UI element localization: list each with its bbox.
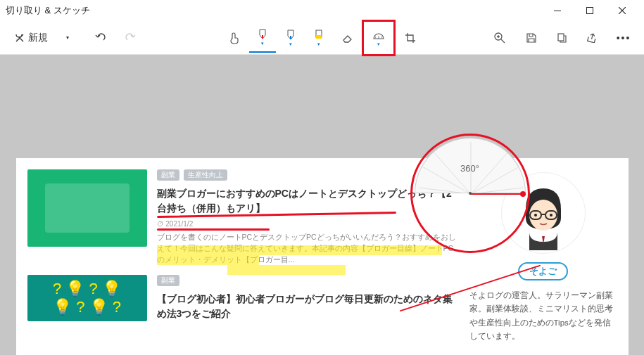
scissors-icon (14, 32, 25, 44)
svg-point-12 (550, 214, 553, 217)
owner-description: そよログの運営人。サラリーマン副業家。副業体験談、ミニマリスト的思考や生産性向上… (469, 289, 617, 344)
share-icon (587, 32, 598, 43)
svg-point-11 (534, 214, 537, 217)
redo-button[interactable] (117, 25, 144, 51)
zoom-button[interactable] (486, 25, 513, 51)
protractor-icon (372, 29, 385, 40)
hand-icon (228, 32, 241, 44)
pen-blue-icon (286, 29, 296, 40)
pencil-button[interactable]: ▾ (277, 23, 304, 53)
save-button[interactable] (517, 25, 544, 51)
tag: 生産性向上 (184, 169, 227, 181)
maximize-button[interactable] (574, 0, 606, 21)
save-icon (526, 32, 536, 43)
blog-post-2: ? 💡 ? 💡💡 ? 💡 ? 副業 【ブログ初心者】初心者ブロガーがブログ毎日更… (27, 275, 461, 321)
tag: 副業 (157, 169, 179, 181)
svg-rect-1 (587, 8, 593, 14)
svg-rect-3 (316, 35, 322, 39)
window-controls (541, 0, 638, 21)
minimize-button[interactable] (541, 0, 574, 21)
crop-icon (405, 32, 416, 44)
undo-icon (95, 33, 106, 43)
blog-post-1: 副業 生産性向上 副業ブロガーにおすすめのPCはノートとデスクトップどっち？【2… (27, 169, 461, 265)
svg-line-19 (471, 188, 523, 193)
post-thumbnail: ? 💡 ? 💡💡 ? 💡 ? (27, 275, 147, 321)
chevron-down-icon: ▾ (261, 41, 264, 46)
svg-rect-0 (554, 11, 561, 11)
crop-button[interactable] (397, 23, 424, 53)
toolbar: 新規 ▾ ▾ ▾ ▾ (0, 21, 644, 55)
touch-writing-button[interactable] (221, 23, 248, 53)
copy-icon (557, 32, 567, 43)
protractor-highlight: ▾ (362, 20, 396, 56)
ballpoint-pen-button[interactable]: ▾ (249, 23, 276, 53)
new-snip-dropdown[interactable]: ▾ (61, 25, 73, 51)
owner-name: そよご (518, 262, 568, 280)
redo-icon (125, 33, 136, 43)
highlighter-button[interactable]: ▾ (305, 23, 332, 53)
zoom-icon (494, 32, 505, 44)
chevron-down-icon: ▾ (289, 41, 292, 47)
close-button[interactable] (606, 0, 638, 21)
protractor-angle-label: 360° (460, 163, 479, 174)
share-button[interactable] (579, 25, 606, 51)
ruler-protractor-button[interactable]: ▾ (365, 23, 392, 53)
chevron-down-icon: ▾ (377, 41, 380, 47)
protractor-tool[interactable]: 360° (410, 134, 530, 253)
new-snip-button[interactable]: 新規 (7, 25, 58, 51)
eraser-icon (341, 33, 353, 43)
chevron-down-icon: ▾ (66, 34, 69, 41)
canvas-area[interactable]: 副業 生産性向上 副業ブロガーにおすすめのPCはノートとデスクトップどっち？【2… (0, 55, 644, 355)
red-ink-stroke (157, 228, 270, 231)
new-label: 新規 (28, 32, 48, 44)
svg-rect-5 (558, 34, 564, 41)
yellow-highlight-stroke (157, 255, 259, 265)
window-titlebar: 切り取り & スケッチ (0, 0, 644, 21)
tag: 副業 (157, 275, 179, 286)
post-thumbnail (27, 169, 147, 247)
copy-button[interactable] (548, 25, 575, 51)
undo-button[interactable] (87, 25, 114, 51)
captured-screenshot: 副業 生産性向上 副業ブロガーにおすすめのPCはノートとデスクトップどっち？【2… (16, 158, 629, 355)
protractor-needle[interactable] (470, 193, 524, 195)
svg-line-18 (419, 188, 471, 193)
window-title: 切り取り & スケッチ (6, 4, 541, 17)
eraser-button[interactable] (334, 23, 360, 53)
chevron-down-icon: ▾ (317, 41, 320, 47)
more-button[interactable]: ••• (610, 25, 637, 51)
blog-main: 副業 生産性向上 副業ブロガーにおすすめのPCはノートとデスクトップどっち？【2… (27, 169, 461, 344)
yellow-highlight-stroke (157, 245, 442, 255)
highlighter-icon (314, 29, 324, 40)
ellipsis-icon: ••• (617, 32, 631, 44)
yellow-highlight-stroke (227, 265, 346, 275)
pen-red-icon (258, 28, 267, 39)
